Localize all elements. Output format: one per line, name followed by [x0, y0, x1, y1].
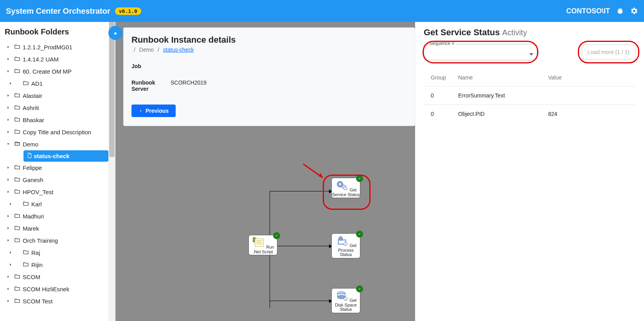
folder-row[interactable]: Alastair	[3, 90, 108, 102]
crumb-parent[interactable]: Demo	[139, 47, 154, 53]
expand-toggle[interactable]	[5, 56, 12, 63]
folder-icon	[14, 176, 20, 184]
sidebar-scrollbar[interactable]	[108, 22, 115, 321]
file-icon	[27, 152, 32, 160]
col-value: Value	[541, 70, 635, 87]
file-item-status-check[interactable]: status-check	[23, 150, 108, 162]
bug-icon[interactable]	[616, 7, 624, 15]
folder-label: AD1	[31, 80, 43, 87]
folder-row[interactable]: SCOM	[3, 271, 108, 283]
details-card: Runbook Instance details / Demo / status…	[123, 27, 415, 126]
user-identity: CONTOSO\IT	[566, 7, 610, 15]
folder-label: Copy Title and Description	[23, 129, 91, 135]
success-badge-icon	[356, 175, 363, 182]
folder-row[interactable]: Orch Training	[3, 234, 108, 247]
expand-toggle[interactable]	[7, 261, 14, 268]
folder-icon	[14, 164, 20, 171]
folder-label: Karl	[31, 201, 42, 207]
breadcrumb: / Demo / status-check	[131, 47, 407, 53]
node-run-net-script[interactable]: Run .Net Script	[248, 235, 277, 255]
activity-panel: Get Service Status Activity Sequence # L…	[415, 22, 644, 321]
previous-button[interactable]: Previous	[131, 105, 176, 117]
folder-row[interactable]: Marek	[3, 222, 108, 234]
node-get-disk-space-status[interactable]: i Get Disk Space Status	[331, 288, 360, 313]
folder-icon	[14, 188, 20, 196]
node-get-service-status[interactable]: i Get Service Status	[331, 178, 360, 198]
expand-toggle[interactable]	[5, 213, 12, 220]
folder-row[interactable]: HPOV_Test	[3, 186, 108, 198]
folder-label: Bhaskar	[23, 117, 44, 123]
expand-toggle[interactable]	[7, 201, 14, 207]
expand-toggle[interactable]	[5, 298, 12, 305]
folder-icon	[14, 92, 20, 99]
folder-row[interactable]: Madhuri	[3, 210, 108, 222]
script-icon	[252, 237, 265, 248]
folder-row[interactable]: Rijin	[3, 259, 108, 271]
expand-toggle[interactable]	[5, 129, 12, 135]
folder-icon	[14, 104, 20, 112]
folder-row[interactable]: Felippe	[3, 162, 108, 174]
folder-row[interactable]: Karl	[3, 198, 108, 210]
expand-toggle[interactable]	[5, 177, 12, 183]
col-name: Name	[451, 70, 541, 87]
folder-row[interactable]: Raj	[3, 247, 108, 259]
activity-data-table: Group Name Value 0ErrorSummary.Text0Obje…	[424, 70, 635, 123]
expand-toggle[interactable]	[5, 274, 12, 280]
expand-toggle[interactable]	[5, 237, 12, 244]
runbook-diagram[interactable]: Run .Net Script i Get Service Status	[115, 155, 415, 321]
expand-toggle[interactable]	[5, 105, 12, 111]
expand-toggle[interactable]	[5, 141, 12, 148]
sequence-field: Sequence #	[424, 44, 537, 60]
folder-icon	[14, 237, 20, 244]
folder-row[interactable]: 1.2.1.2_ProdMG01	[3, 41, 108, 53]
svg-rect-11	[339, 241, 345, 243]
expand-toggle[interactable]	[5, 68, 12, 75]
expand-toggle[interactable]	[5, 164, 12, 171]
folder-label: Marek	[23, 225, 39, 232]
folder-row[interactable]: Ashriti	[3, 102, 108, 114]
runbook-server-label: Runbook Server	[131, 79, 171, 92]
expand-toggle[interactable]	[5, 117, 12, 123]
gear-icon[interactable]	[630, 7, 638, 15]
node-get-process-status[interactable]: i Get Process Status	[331, 233, 360, 258]
expand-toggle[interactable]	[5, 286, 12, 292]
folder-label: Ganesh	[23, 177, 43, 183]
collapse-icon	[112, 29, 119, 36]
folder-row[interactable]: Demo	[3, 138, 108, 150]
folder-label: 60. Create OM MP	[23, 68, 72, 75]
sequence-select[interactable]	[424, 44, 537, 60]
success-badge-icon	[356, 231, 363, 238]
sidebar-toggle-fab[interactable]	[108, 26, 122, 40]
folder-row[interactable]: Bhaskar	[3, 114, 108, 126]
folder-label: Felippe	[23, 164, 42, 171]
folder-row[interactable]: 60. Create OM MP	[3, 65, 108, 78]
folder-label: Madhuri	[23, 213, 44, 220]
svg-marker-21	[318, 173, 323, 178]
expand-toggle[interactable]	[7, 80, 14, 87]
expand-toggle[interactable]	[5, 44, 12, 50]
folder-row[interactable]: SCOM HizliEsnek	[3, 283, 108, 295]
folder-row[interactable]: 1.4.14.2 UAM	[3, 53, 108, 65]
folder-icon	[14, 213, 20, 220]
expand-toggle[interactable]	[7, 249, 14, 256]
folder-label: 1.4.14.2 UAM	[23, 56, 59, 63]
folder-icon	[14, 68, 20, 75]
expand-toggle[interactable]	[5, 92, 12, 99]
disk-icon: i	[335, 290, 349, 301]
load-more-button[interactable]: Load more (1 / 1)	[582, 45, 635, 60]
folder-label: HPOV_Test	[23, 189, 53, 195]
sequence-label: Sequence #	[428, 41, 456, 46]
crumb-current[interactable]: status-check	[163, 47, 194, 53]
folder-row[interactable]: AD1	[3, 78, 108, 90]
svg-text:i: i	[345, 243, 345, 245]
activity-panel-title: Get Service Status Activity	[424, 27, 635, 38]
sidebar: Runbook Folders 1.2.1.2_ProdMG01 1.4.14.…	[0, 22, 115, 321]
folder-row[interactable]: Ganesh	[3, 174, 108, 186]
folder-label: SCOM	[23, 274, 40, 280]
expand-toggle[interactable]	[5, 189, 12, 195]
folder-row[interactable]: Copy Title and Description	[3, 126, 108, 138]
folder-icon	[23, 200, 29, 208]
folder-row[interactable]: SCOM Test	[3, 295, 108, 307]
folder-icon	[14, 298, 20, 305]
expand-toggle[interactable]	[5, 225, 12, 232]
